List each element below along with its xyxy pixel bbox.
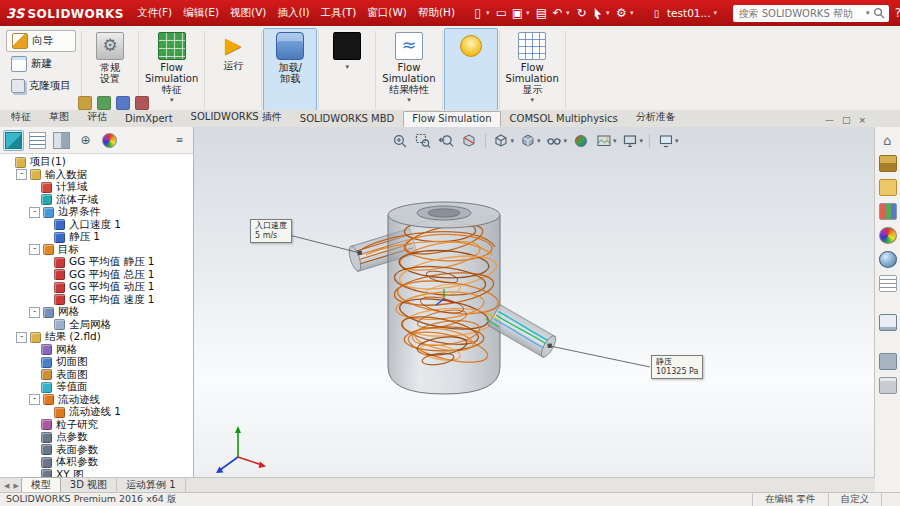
tree-item[interactable]: 体积参数 bbox=[0, 456, 193, 469]
document-tab-1[interactable]: 模型 bbox=[21, 477, 61, 493]
split-pane-tab[interactable] bbox=[51, 130, 72, 151]
command-tab-6[interactable]: SOLIDWORKS MBD bbox=[291, 111, 403, 127]
zoom-area-icon[interactable] bbox=[413, 132, 432, 150]
task-home-icon[interactable]: ⌂ bbox=[880, 133, 896, 148]
cyclone-model[interactable] bbox=[347, 202, 559, 394]
property-manager-tab[interactable]: ⊕ bbox=[75, 130, 96, 151]
command-tab-3[interactable]: 评估 bbox=[78, 108, 116, 127]
doc-restore-button[interactable]: □ bbox=[842, 115, 851, 125]
view-orientation-arrow[interactable]: ▾ bbox=[510, 137, 514, 145]
tree-item[interactable]: 流动迹线 1 bbox=[0, 406, 193, 419]
scenes-icon[interactable] bbox=[879, 251, 897, 268]
ribbon-button-solver[interactable]: ▾ bbox=[320, 28, 374, 112]
tree-expander-icon[interactable]: - bbox=[29, 244, 40, 255]
document-tab-3[interactable]: 运动算例 1 bbox=[117, 478, 186, 493]
graphics-area[interactable]: ▾ ▾ ▾ ▾ ▾ ▾ 入口速度 5 m/s 静压 101325 Pa bbox=[194, 127, 875, 478]
tree-item[interactable]: 计算域 bbox=[0, 181, 193, 194]
tree-item[interactable]: -流动迹线 bbox=[0, 394, 193, 407]
menu-item[interactable]: 视图(V) bbox=[225, 4, 271, 22]
command-tab-4[interactable]: DimXpert bbox=[116, 111, 182, 127]
doc-close-button[interactable]: × bbox=[858, 115, 866, 125]
doc-minimize-button[interactable]: — bbox=[825, 115, 834, 125]
menu-item[interactable]: 文件(F) bbox=[132, 4, 177, 22]
custom-status-button[interactable]: 自定义 bbox=[828, 493, 882, 506]
tree-expander-icon[interactable]: - bbox=[16, 332, 27, 343]
ribbon-button-run[interactable]: 运行 bbox=[206, 28, 260, 112]
undo-dropdown-arrow[interactable]: ▾ bbox=[566, 9, 573, 17]
tree-item[interactable]: -网格 bbox=[0, 306, 193, 319]
command-tab-1[interactable]: 特征 bbox=[2, 108, 40, 127]
tree-item[interactable]: GG 平均值 速度 1 bbox=[0, 294, 193, 307]
camera-view-icon[interactable] bbox=[656, 132, 675, 150]
tree-item[interactable]: 等值面 bbox=[0, 381, 193, 394]
tree-item[interactable]: -边界条件 bbox=[0, 206, 193, 219]
select-dropdown-arrow[interactable]: ▾ bbox=[606, 9, 613, 17]
flow-simulation-tree-tab[interactable] bbox=[3, 130, 24, 151]
dropdown-arrow-icon[interactable]: ▾ bbox=[170, 96, 174, 104]
tree-item[interactable]: 入口速度 1 bbox=[0, 219, 193, 232]
menu-item[interactable]: 插入(I) bbox=[272, 4, 314, 22]
menu-item[interactable]: 帮助(H) bbox=[413, 4, 460, 22]
callout-static-pressure[interactable]: 静压 101325 Pa bbox=[651, 355, 703, 379]
view-settings-icon[interactable] bbox=[621, 132, 640, 150]
tree-expander-icon[interactable]: - bbox=[16, 169, 27, 180]
new-document-icon[interactable]: ▯ bbox=[470, 4, 485, 22]
command-tab-2[interactable]: 草图 bbox=[40, 108, 78, 127]
section-view-icon[interactable] bbox=[459, 132, 478, 150]
feature-tree-tab[interactable] bbox=[27, 130, 48, 151]
tree-item[interactable]: 粒子研究 bbox=[0, 419, 193, 432]
tree-item[interactable]: GG 平均值 总压 1 bbox=[0, 269, 193, 282]
ribbon-button-load[interactable]: 加载/卸载 bbox=[263, 28, 317, 112]
save-dropdown-arrow[interactable]: ▾ bbox=[526, 9, 533, 17]
select-cursor-icon[interactable] bbox=[590, 4, 605, 22]
ribbon-button-fs-features[interactable]: FlowSimulation特征▾ bbox=[140, 28, 203, 112]
zoom-previous-icon[interactable] bbox=[436, 132, 455, 150]
print3d-icon[interactable] bbox=[879, 377, 897, 394]
search-dropdown-arrow[interactable]: ▾ bbox=[866, 9, 870, 17]
display-pane-toggle[interactable]: ≡ bbox=[169, 130, 190, 151]
hide-show-arrow[interactable]: ▾ bbox=[563, 137, 567, 145]
appearances-icon[interactable] bbox=[879, 227, 897, 244]
document-dropdown-arrow[interactable]: ▾ bbox=[714, 9, 721, 17]
tree-item[interactable]: 流体子域 bbox=[0, 194, 193, 207]
save-icon[interactable]: ▣ bbox=[510, 4, 525, 22]
options-dropdown-arrow[interactable]: ▾ bbox=[630, 9, 637, 17]
callout-inlet-velocity[interactable]: 入口速度 5 m/s bbox=[250, 219, 292, 243]
command-tab-7[interactable]: Flow Simulation bbox=[403, 111, 500, 127]
command-tab-5[interactable]: SOLIDWORKS 插件 bbox=[182, 108, 291, 127]
dropdown-arrow-icon[interactable]: ▾ bbox=[346, 63, 350, 71]
document-selector[interactable]: ▯ test01... ▾ bbox=[649, 4, 721, 22]
tree-item[interactable]: -输入数据 bbox=[0, 169, 193, 182]
apply-scene-arrow[interactable]: ▾ bbox=[613, 137, 617, 145]
ribbon-button-clone[interactable]: 克隆项目 bbox=[6, 76, 76, 96]
open-icon[interactable]: ▭ bbox=[494, 4, 509, 22]
view-settings-arrow[interactable]: ▾ bbox=[640, 137, 644, 145]
tree-item[interactable]: 点参数 bbox=[0, 431, 193, 444]
ribbon-button-display[interactable]: FlowSimulation显示▾ bbox=[501, 28, 564, 112]
ribbon-button-bulb[interactable] bbox=[444, 28, 498, 112]
camera-view-arrow[interactable]: ▾ bbox=[675, 137, 679, 145]
view-palette-icon[interactable] bbox=[879, 203, 897, 220]
options-gear-icon[interactable]: ⚙ bbox=[614, 4, 629, 22]
apply-scene-icon[interactable] bbox=[594, 132, 613, 150]
hide-show-items-icon[interactable] bbox=[544, 132, 563, 150]
display-style-icon[interactable] bbox=[518, 132, 537, 150]
menu-item[interactable]: 窗口(W) bbox=[362, 4, 412, 22]
zoom-fit-icon[interactable] bbox=[390, 132, 409, 150]
tree-item[interactable]: 表面图 bbox=[0, 369, 193, 382]
ribbon-button-wizard[interactable]: 向导 bbox=[6, 30, 76, 52]
document-tab-2[interactable]: 3D 视图 bbox=[61, 478, 117, 493]
tree-item[interactable]: GG 平均值 静压 1 bbox=[0, 256, 193, 269]
print-icon[interactable]: ▤ bbox=[534, 4, 549, 22]
tree-item[interactable]: -目标 bbox=[0, 244, 193, 257]
custom-properties-icon[interactable] bbox=[879, 275, 897, 292]
tree-item[interactable]: 项目(1) bbox=[0, 156, 193, 169]
display-style-arrow[interactable]: ▾ bbox=[537, 137, 541, 145]
menu-item[interactable]: 工具(T) bbox=[316, 4, 362, 22]
solidworks-resources-icon[interactable] bbox=[879, 353, 897, 370]
new-dropdown-arrow[interactable]: ▾ bbox=[486, 9, 493, 17]
search-icon[interactable] bbox=[873, 7, 885, 19]
file-explorer-icon[interactable] bbox=[879, 179, 897, 196]
tree-expander-icon[interactable]: - bbox=[29, 307, 40, 318]
command-tab-9[interactable]: 分析准备 bbox=[627, 108, 685, 127]
